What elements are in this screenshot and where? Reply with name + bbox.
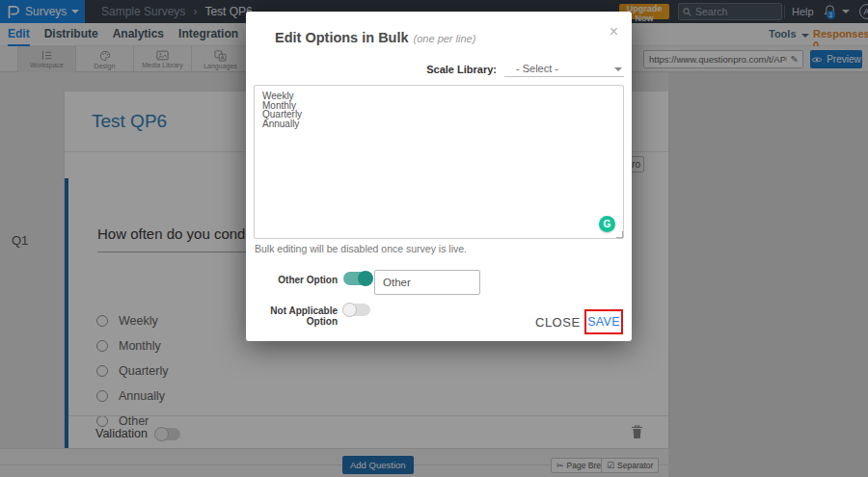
modal-title-row: Edit Options in Bulk(one per line) <box>275 29 475 46</box>
toggle-knob <box>342 303 357 317</box>
bulk-options-textarea[interactable]: Weekly Monthly Quarterly Annually <box>254 85 624 239</box>
resize-handle[interactable] <box>616 231 623 238</box>
other-option-toggle[interactable] <box>343 272 372 285</box>
close-button[interactable]: CLOSE <box>535 315 581 330</box>
edit-options-in-bulk-modal: Edit Options in Bulk(one per line) × Sca… <box>246 12 632 341</box>
chevron-down-icon <box>614 67 622 71</box>
save-button[interactable]: SAVE <box>587 315 620 329</box>
grammarly-icon[interactable]: G <box>599 216 615 232</box>
annotation-highlight-box: SAVE <box>584 309 623 334</box>
modal-title: Edit Options in Bulk <box>275 30 409 45</box>
not-applicable-option-label: Not Applicable Option <box>246 305 338 327</box>
not-applicable-toggle[interactable] <box>343 304 370 316</box>
close-icon[interactable]: × <box>610 23 618 40</box>
modal-subtitle: (one per line) <box>414 33 476 44</box>
scale-library-value: - Select - <box>516 63 558 74</box>
scale-library-select[interactable]: - Select - <box>504 62 624 77</box>
questionpro-app: Surveys Sample Surveys › Test QP6 Upgrad… <box>0 0 868 477</box>
scale-library-label: Scale Library: <box>391 64 497 75</box>
toggle-knob <box>358 271 373 286</box>
other-option-label: Other Option <box>246 275 338 285</box>
other-option-input[interactable] <box>374 270 480 295</box>
bulk-edit-note: Bulk editing will be disabled once surve… <box>255 243 467 254</box>
